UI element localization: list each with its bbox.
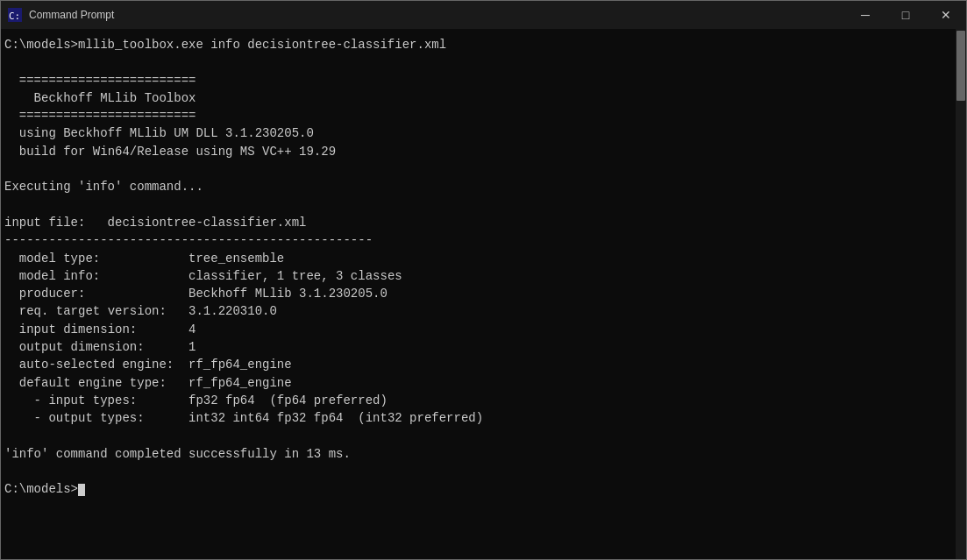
scrollbar-thumb[interactable] [956, 31, 965, 101]
console-area: C:\models>mllib_toolbox.exe info decisio… [1, 29, 966, 559]
console-output[interactable]: C:\models>mllib_toolbox.exe info decisio… [1, 29, 956, 559]
maximize-button[interactable]: □ [885, 1, 926, 29]
window-controls: ─ □ ✕ [845, 1, 966, 29]
command-prompt-window: C: Command Prompt ─ □ ✕ C:\models>mllib_… [0, 0, 967, 560]
close-button[interactable]: ✕ [926, 1, 966, 29]
console-text: C:\models>mllib_toolbox.exe info decisio… [4, 36, 952, 499]
title-bar: C: Command Prompt ─ □ ✕ [1, 1, 966, 29]
svg-text:C:: C: [9, 11, 20, 22]
title-bar-left: C: Command Prompt [8, 8, 114, 22]
cmd-icon: C: [8, 8, 22, 22]
minimize-button[interactable]: ─ [845, 1, 885, 29]
window-title: Command Prompt [29, 9, 114, 21]
cursor [78, 484, 85, 496]
scrollbar[interactable] [956, 29, 966, 559]
